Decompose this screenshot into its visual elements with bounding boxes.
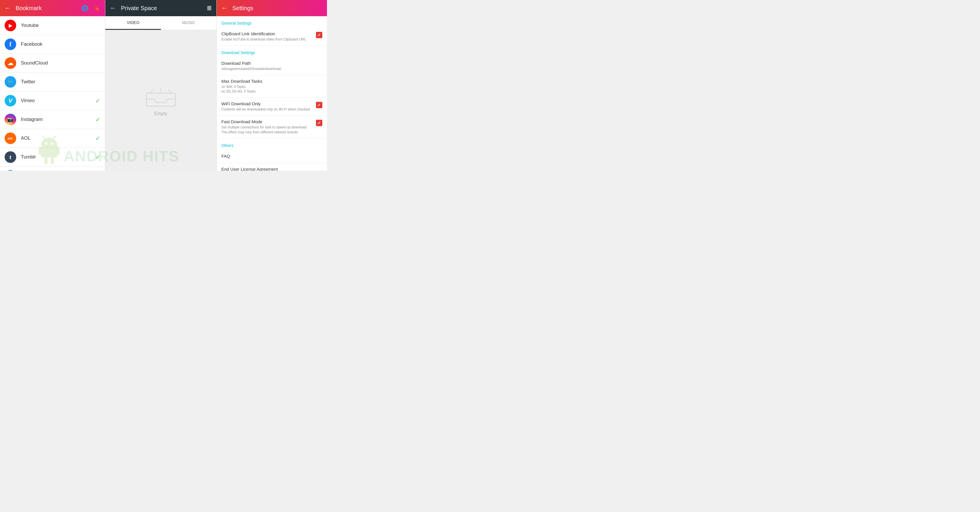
private-content: Empty: [105, 30, 216, 171]
fast-mode-subtitle: Set multiple connections for task to spe…: [221, 125, 313, 135]
vimeo-check-icon: ✓: [95, 97, 100, 104]
tumblr-label: Tumblr: [21, 154, 91, 160]
settings-item-faq[interactable]: FAQ: [217, 150, 327, 163]
private-header: ← Private Space ≣: [105, 0, 216, 16]
tumblr-check-icon: ✓: [95, 154, 100, 161]
empty-label: Empty: [154, 111, 167, 116]
vimeo-label: Vimeo: [21, 98, 91, 103]
max-tasks-content: Max Download Tasks on Wifi: 4 Taskson 2G…: [221, 79, 322, 94]
bookmark-back-button[interactable]: ←: [5, 4, 11, 12]
aol-label: AOL: [21, 135, 91, 141]
eula-title: End User License Agreement: [221, 167, 322, 171]
bookmark-header: ← Bookmark 🌐 🔖: [0, 0, 105, 16]
eula-content: End User License Agreement: [221, 167, 322, 171]
bookmark-title: Bookmark: [16, 5, 77, 11]
clipboard-content: ClipBoard Link Identification Enable Ins…: [221, 31, 313, 42]
svg-rect-0: [146, 93, 175, 106]
bookmark-header-actions: 🌐 🔖: [81, 5, 100, 11]
youtube-label: Youtube: [21, 22, 100, 29]
settings-back-button[interactable]: ←: [221, 4, 228, 12]
svg-line-1: [149, 90, 154, 93]
settings-item-clipboard[interactable]: ClipBoard Link Identification Enable Ins…: [217, 28, 327, 46]
bookmark-panel: ← Bookmark 🌐 🔖 Youtube Facebook SoundClo…: [0, 0, 105, 171]
tumblr-icon: [5, 151, 16, 163]
tab-music[interactable]: MUSIC: [161, 16, 216, 30]
fast-mode-content: Fast Download Mode Set multiple connecti…: [221, 119, 313, 135]
tab-video[interactable]: VIDEO: [105, 16, 161, 30]
settings-panel: ← Settings General Settings ClipBoard Li…: [217, 0, 327, 171]
max-tasks-title: Max Download Tasks: [221, 79, 322, 84]
wifi-only-subtitle: Contents will be downloaded only on Wi-F…: [221, 107, 313, 112]
vimeo-icon: [5, 95, 16, 107]
faq-title: FAQ: [221, 154, 322, 159]
soundcloud-label: SoundCloud: [21, 60, 100, 66]
instagram-label: Instagram: [21, 116, 91, 122]
general-settings-section: General Settings: [217, 16, 327, 28]
max-tasks-subtitle: on Wifi: 4 Taskson 2G,3G,4G: 4 Tasks: [221, 84, 322, 94]
wifi-only-checkbox[interactable]: [316, 102, 322, 108]
svg-line-3: [168, 90, 172, 93]
bookmark-item-twitter[interactable]: Twitter: [0, 73, 105, 91]
facebook-icon: [5, 38, 16, 50]
settings-item-download-path[interactable]: Download Path /storage/emulated/0/Instub…: [217, 57, 327, 75]
settings-item-wifi-only[interactable]: WiFi Download Only Contents will be down…: [217, 98, 327, 116]
empty-inbox-icon: [143, 84, 178, 108]
settings-header: ← Settings: [217, 0, 327, 16]
settings-item-max-tasks[interactable]: Max Download Tasks on Wifi: 4 Taskson 2G…: [217, 75, 327, 98]
twitter-label: Twitter: [21, 79, 100, 85]
download-settings-section: Download Settings: [217, 46, 327, 57]
settings-item-fast-mode[interactable]: Fast Download Mode Set multiple connecti…: [217, 116, 327, 138]
globe-icon[interactable]: 🌐: [81, 5, 89, 11]
private-tabs: VIDEO MUSIC: [105, 16, 216, 30]
bookmark-item-youtube[interactable]: Youtube: [0, 16, 105, 35]
bookmark-item-instagram[interactable]: Instagram ✓: [0, 110, 105, 129]
download-path-subtitle: /storage/emulated/0/Instube/download/: [221, 67, 322, 72]
settings-title: Settings: [232, 5, 253, 11]
faq-content: FAQ: [221, 154, 322, 159]
facebook-label: Facebook: [21, 41, 100, 47]
settings-list: General Settings ClipBoard Link Identifi…: [217, 16, 327, 171]
bookmark-item-vimeo[interactable]: Vimeo ✓: [0, 91, 105, 110]
wifi-only-content: WiFi Download Only Contents will be down…: [221, 101, 313, 112]
aol-icon: [5, 132, 16, 144]
private-menu-icon[interactable]: ≣: [207, 4, 212, 12]
bookmark-item-aol[interactable]: AOL ✓: [0, 129, 105, 148]
fast-mode-title: Fast Download Mode: [221, 119, 313, 124]
wifi-only-title: WiFi Download Only: [221, 101, 313, 106]
download-path-content: Download Path /storage/emulated/0/Instub…: [221, 61, 322, 72]
bookmark-item-soundcloud[interactable]: SoundCloud: [0, 54, 105, 73]
bookmark-list: Youtube Facebook SoundCloud Twitter Vime…: [0, 16, 105, 171]
bookmark-item-tumblr[interactable]: Tumblr ✓: [0, 148, 105, 167]
dailymotion-icon: [5, 170, 16, 171]
youtube-icon: [5, 20, 16, 31]
others-section: Others: [217, 138, 327, 150]
fast-mode-checkbox[interactable]: [316, 120, 322, 126]
private-back-button[interactable]: ←: [110, 4, 116, 12]
clipboard-subtitle: Enable InsTube to download video from Cl…: [221, 37, 313, 42]
twitter-icon: [5, 76, 16, 87]
clipboard-title: ClipBoard Link Identification: [221, 31, 313, 36]
bookmark-item-dailymotion[interactable]: DailyMotion ✓: [0, 167, 105, 171]
private-space-panel: ← Private Space ≣ VIDEO MUSIC Empty: [105, 0, 217, 171]
bookmark-icon[interactable]: 🔖: [93, 5, 100, 11]
instagram-icon: [5, 114, 16, 125]
clipboard-checkbox[interactable]: [316, 32, 322, 38]
private-title: Private Space: [121, 5, 202, 11]
instagram-check-icon: ✓: [95, 116, 100, 123]
download-path-title: Download Path: [221, 61, 322, 66]
settings-item-eula[interactable]: End User License Agreement: [217, 163, 327, 171]
soundcloud-icon: [5, 57, 16, 69]
bookmark-item-facebook[interactable]: Facebook: [0, 35, 105, 54]
aol-check-icon: ✓: [95, 135, 100, 142]
